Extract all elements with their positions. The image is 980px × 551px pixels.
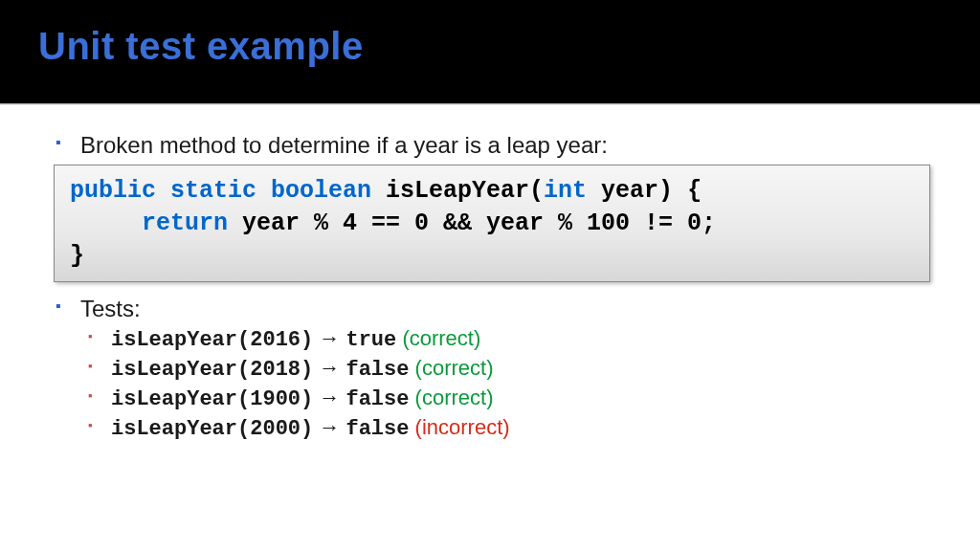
test-result: false (345, 417, 409, 441)
test-result: false (345, 358, 409, 382)
test-note: (correct) (409, 356, 493, 380)
slide-title: Unit test example (38, 25, 942, 68)
code-block: public static boolean isLeapYear(int yea… (54, 165, 930, 282)
code-text (70, 209, 142, 237)
test-item: isLeapYear(1900) → false (correct) (80, 386, 930, 411)
bullet-item: Broken method to determine if a year is … (50, 132, 930, 282)
test-note: (correct) (409, 386, 493, 409)
code-text: year % 4 == 0 && year % 100 != 0; (228, 209, 716, 237)
title-bar: Unit test example (0, 0, 980, 103)
arrow-icon: → (313, 356, 345, 380)
test-item: isLeapYear(2018) → false (correct) (80, 356, 930, 382)
test-item: isLeapYear(2000) → false (incorrect) (80, 415, 930, 441)
test-call: isLeapYear(2018) (111, 358, 313, 382)
code-keyword: int (544, 177, 587, 205)
arrow-icon: → (313, 386, 345, 409)
test-call: isLeapYear(1900) (111, 387, 313, 411)
test-result: true (345, 328, 396, 352)
tests-list: isLeapYear(2016) → true (correct) isLeap… (80, 326, 930, 441)
test-note: (incorrect) (409, 415, 509, 439)
code-keyword: return (142, 209, 228, 237)
arrow-icon: → (313, 326, 345, 350)
code-text: isLeapYear( (371, 177, 544, 205)
code-text: } (70, 242, 84, 270)
bullet-item: Tests: isLeapYear(2016) → true (correct)… (50, 296, 930, 441)
bullet-list: Broken method to determine if a year is … (50, 132, 930, 441)
test-call: isLeapYear(2000) (111, 417, 313, 441)
code-keyword: public static boolean (70, 177, 371, 205)
slide: Unit test example Broken method to deter… (0, 0, 980, 551)
test-call: isLeapYear(2016) (111, 328, 313, 352)
arrow-icon: → (313, 415, 345, 439)
test-note: (correct) (396, 326, 480, 350)
bullet-text: Broken method to determine if a year is … (80, 132, 608, 158)
bullet-text: Tests: (80, 296, 141, 321)
test-item: isLeapYear(2016) → true (correct) (80, 326, 930, 352)
slide-body: Broken method to determine if a year is … (0, 105, 980, 551)
code-text: year) { (587, 177, 702, 205)
test-result: false (345, 387, 409, 411)
